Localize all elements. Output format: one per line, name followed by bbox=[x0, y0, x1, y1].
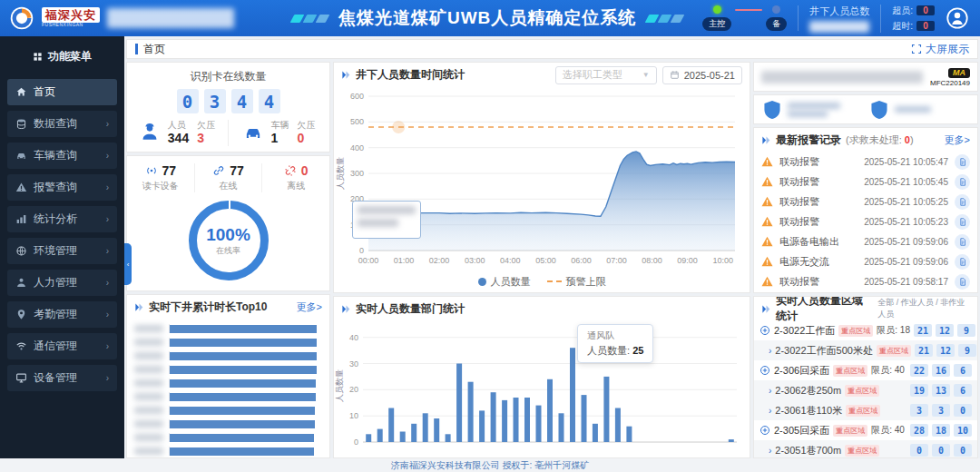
offline-label: 离线 bbox=[262, 180, 329, 192]
region-row-5[interactable]: 2-305回采面重点区域限员: 40281810 bbox=[754, 420, 977, 440]
sidebar-item-8[interactable]: 通信管理› bbox=[7, 333, 117, 359]
pin-icon bbox=[15, 309, 27, 320]
vehicle-lowvolt-label: 欠压 bbox=[298, 120, 316, 131]
alarm-row-5: 电源无交流2025-05-21 09:59:06 bbox=[754, 251, 977, 271]
region-name: 2-306回采面 bbox=[774, 364, 829, 378]
sidebar-item-7[interactable]: 考勤管理› bbox=[7, 301, 117, 328]
card-department-statistics: 实时人员数量部门统计 010203040人员数量 通风队 人员数量: 25 bbox=[333, 296, 750, 458]
alarm-detail-button[interactable] bbox=[955, 274, 970, 290]
user-avatar[interactable] bbox=[946, 6, 969, 30]
alarm-detail-button[interactable] bbox=[955, 154, 970, 170]
alarm-time: 2025-05-21 09:59:06 bbox=[864, 257, 948, 267]
chevron-right-icon: › bbox=[769, 406, 771, 416]
card-cert-badges bbox=[753, 94, 978, 124]
legend-warning-limit[interactable]: 预警上限 bbox=[547, 275, 606, 289]
region-row-2[interactable]: 2-306回采面重点区域限员: 4022166 bbox=[754, 360, 977, 380]
alarm-detail-button[interactable] bbox=[955, 254, 970, 270]
breadcrumb[interactable]: 首页 bbox=[135, 42, 165, 57]
region-count: 18 bbox=[932, 424, 950, 437]
data-icon bbox=[15, 118, 27, 130]
sidebar-item-4[interactable]: 统计分析› bbox=[7, 206, 117, 232]
warning-icon bbox=[761, 236, 773, 247]
region-row-4[interactable]: ›2-3061巷110米重点区域330 bbox=[754, 400, 977, 420]
alarms-more-link[interactable]: 更多> bbox=[945, 133, 970, 147]
person-lowvolt-label: 欠压 bbox=[197, 120, 215, 131]
sidebar-item-6[interactable]: 人力管理› bbox=[7, 270, 117, 296]
alarms-unhandled: (求救未处理: 0) bbox=[846, 133, 914, 147]
sidebar-collapse-handle[interactable]: ‹ bbox=[124, 243, 132, 285]
alarm-time: 2025-05-21 10:05:47 bbox=[864, 157, 948, 167]
region-count: 9 bbox=[957, 324, 975, 337]
sidebar-item-label: 设备管理 bbox=[34, 370, 77, 386]
top10-name-redacted bbox=[134, 325, 163, 332]
svg-text:600: 600 bbox=[350, 92, 364, 101]
sidebar-item-9[interactable]: 设备管理› bbox=[7, 365, 117, 391]
reader-count: 77 bbox=[162, 163, 177, 178]
brand-name-en: FUSHENXINGAN bbox=[42, 23, 100, 27]
region-count: 6 bbox=[954, 384, 972, 397]
sidebar-item-3[interactable]: 报警查询› bbox=[7, 174, 117, 201]
region-filters[interactable]: 全部 / 作业人员 / 非作业人员 bbox=[877, 297, 970, 320]
svg-text:06:00: 06:00 bbox=[571, 256, 592, 265]
miner-icon bbox=[140, 123, 160, 143]
top10-name-redacted bbox=[134, 366, 163, 373]
online-count-digits: 0344 bbox=[127, 89, 329, 113]
department-bar-chart: 010203040人员数量 bbox=[334, 320, 750, 457]
company-name-redacted bbox=[761, 71, 923, 84]
alarm-detail-button[interactable] bbox=[955, 194, 970, 210]
region-row-3[interactable]: ›2-3062巷250m重点区域19136 bbox=[754, 380, 977, 400]
top10-more-link[interactable]: 更多> bbox=[297, 300, 322, 314]
document-icon bbox=[958, 177, 967, 187]
company-logo-icon bbox=[9, 5, 34, 31]
date-picker[interactable]: 2025-05-21 bbox=[662, 66, 742, 84]
top10-row-8 bbox=[134, 433, 318, 442]
sidebar-item-0[interactable]: 首页 bbox=[7, 79, 117, 105]
server-link-line bbox=[735, 9, 762, 11]
svg-text:10:00: 10:00 bbox=[712, 256, 733, 265]
svg-text:05:00: 05:00 bbox=[535, 256, 556, 265]
staff-type-select[interactable]: 选择职工类型▼ bbox=[555, 66, 657, 84]
region-count: 19 bbox=[910, 384, 928, 397]
svg-text:20: 20 bbox=[349, 385, 358, 394]
sidebar-item-5[interactable]: 环境管理› bbox=[7, 238, 117, 264]
document-icon bbox=[958, 217, 967, 227]
chevron-right-icon: › bbox=[106, 214, 109, 224]
title-decoration-right bbox=[647, 15, 682, 23]
svg-text:人员数量: 人员数量 bbox=[336, 157, 345, 190]
alarm-row-0: 联动报警2025-05-21 10:05:47 bbox=[754, 152, 977, 172]
top10-bar bbox=[170, 339, 317, 347]
region-count: 6 bbox=[954, 364, 972, 377]
top10-name-redacted bbox=[134, 434, 163, 441]
region-count: 22 bbox=[910, 364, 928, 377]
legend-personnel[interactable]: 人员数量 bbox=[478, 275, 531, 289]
sidebar-item-label: 通信管理 bbox=[34, 339, 77, 354]
sidebar-item-2[interactable]: 车辆查询› bbox=[7, 143, 117, 169]
region-row-6[interactable]: ›2-3051巷700m重点区域000 bbox=[754, 440, 977, 458]
signal-icon bbox=[145, 164, 158, 177]
alarm-detail-button[interactable] bbox=[955, 214, 970, 230]
top10-row-4 bbox=[134, 379, 318, 388]
region-count: 3 bbox=[910, 404, 928, 417]
svg-text:40: 40 bbox=[349, 333, 358, 342]
region-row-1[interactable]: ›2-3022工作面500米处重点区域21129 bbox=[754, 340, 977, 360]
time-chart-title: 井下人员数量时间统计 bbox=[356, 67, 465, 83]
shield-icon bbox=[870, 100, 888, 120]
svg-text:400: 400 bbox=[350, 143, 364, 152]
top10-bar bbox=[170, 325, 317, 333]
top10-bar bbox=[170, 420, 315, 428]
region-count: 16 bbox=[932, 364, 950, 377]
top10-row-9 bbox=[134, 447, 318, 456]
top10-row-1 bbox=[134, 338, 318, 347]
top10-name-redacted bbox=[134, 407, 163, 414]
alarm-detail-button[interactable] bbox=[955, 174, 970, 190]
alarm-detail-button[interactable] bbox=[955, 234, 970, 250]
svg-text:人员数量: 人员数量 bbox=[335, 369, 344, 402]
alarm-label: 电源备电输出 bbox=[779, 235, 839, 249]
sidebar-item-label: 环境管理 bbox=[34, 243, 77, 259]
region-count: 10 bbox=[954, 424, 972, 437]
online-digit-1: 3 bbox=[204, 89, 226, 113]
sidebar-item-1[interactable]: 数据查询› bbox=[7, 111, 117, 137]
svg-text:03:00: 03:00 bbox=[465, 256, 485, 265]
big-screen-link[interactable]: 大屏展示 bbox=[911, 42, 969, 57]
stats-icon bbox=[15, 213, 27, 225]
